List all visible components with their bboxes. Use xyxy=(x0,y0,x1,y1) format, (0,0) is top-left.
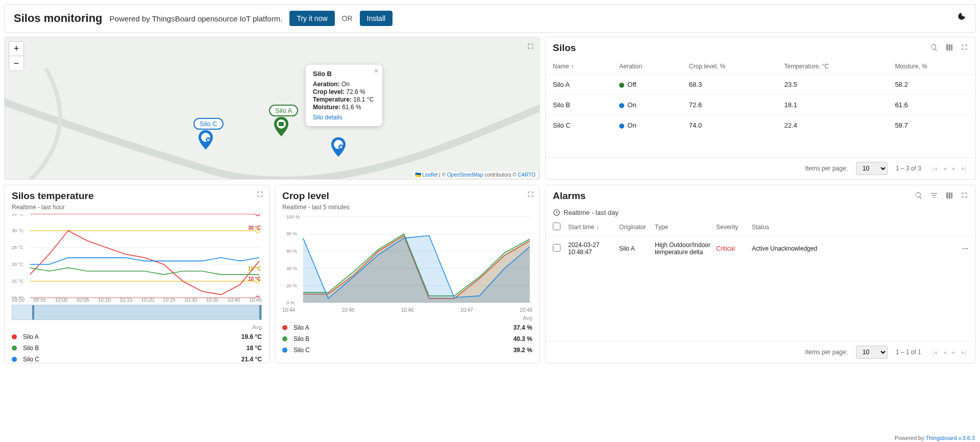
temp-chart-canvas[interactable]: 10 °C15 °C20 °C25 °C30 °C35 °C 30 °C 15 … xyxy=(5,214,269,298)
alarms-title: Alarms xyxy=(553,190,915,202)
alarms-widget: Alarms Realtime - last day Start time ↓ … xyxy=(545,185,976,363)
legend-item[interactable]: Silo C21.4 °C xyxy=(5,354,269,363)
header-subtitle: Powered by ThingsBoard opensource IoT pl… xyxy=(110,14,283,23)
svg-text:10 °C: 10 °C xyxy=(12,295,23,298)
map-pin-silo-a[interactable] xyxy=(273,117,289,137)
silos-table-widget: Silos Name ↑ Aeration Crop level, % Temp… xyxy=(545,37,976,180)
page-first-icon[interactable]: |◂ xyxy=(933,349,937,356)
page-first-icon[interactable]: |◂ xyxy=(933,165,937,172)
search-icon[interactable] xyxy=(930,43,938,53)
map-zoom-controls: + − xyxy=(9,41,24,71)
svg-text:20 °C: 20 °C xyxy=(12,261,23,267)
table-row[interactable]: Silo C On 74.022.459.7 xyxy=(546,115,975,136)
map-pin-silo-c[interactable] xyxy=(198,130,214,151)
page-title: Silos monitoring xyxy=(14,12,103,25)
svg-text:0 %: 0 % xyxy=(286,300,295,305)
try-it-button[interactable]: Try it now xyxy=(289,11,334,26)
col-temp[interactable]: Temperature, °C xyxy=(777,59,888,75)
alarms-subtitle: Realtime - last day xyxy=(546,207,975,218)
alarm-row[interactable]: 2024-03-27 10:48:47 Silo A High Outdoor/… xyxy=(546,236,975,261)
svg-point-25 xyxy=(256,214,259,216)
col-aeration[interactable]: Aeration xyxy=(612,59,682,75)
more-icon[interactable]: ⋯ xyxy=(958,245,968,252)
select-all-checkbox[interactable] xyxy=(553,223,560,230)
columns-icon[interactable] xyxy=(945,191,953,201)
svg-rect-3 xyxy=(279,122,284,126)
legend-item[interactable]: Silo B40.3 % xyxy=(275,333,540,345)
dark-mode-icon[interactable] xyxy=(957,12,966,22)
silo-details-link[interactable]: Silo details xyxy=(313,114,375,121)
alarms-pager: Items per page: 10 1 – 1 of 1 |◂◂▸▸| xyxy=(546,341,975,363)
crop-chart-title: Crop level xyxy=(275,185,540,204)
legend-item[interactable]: Silo A19.6 °C xyxy=(5,331,269,342)
header-bar: Silos monitoring Powered by ThingsBoard … xyxy=(4,4,976,33)
col-type[interactable]: Type xyxy=(655,224,711,231)
fullscreen-icon[interactable] xyxy=(961,43,968,53)
svg-text:35 °C: 35 °C xyxy=(12,214,23,216)
fullscreen-icon[interactable] xyxy=(961,191,968,201)
page-last-icon[interactable]: ▸| xyxy=(962,165,966,172)
page-next-icon[interactable]: ▸ xyxy=(952,165,955,172)
col-moist[interactable]: Moisture, % xyxy=(888,59,975,75)
zoom-out-button[interactable]: − xyxy=(9,56,23,70)
svg-text:25 °C: 25 °C xyxy=(12,244,23,250)
svg-text:15 °C: 15 °C xyxy=(12,278,23,284)
svg-text:100 %: 100 % xyxy=(286,214,300,219)
fullscreen-icon[interactable] xyxy=(527,190,534,200)
page-last-icon[interactable]: ▸| xyxy=(962,349,966,356)
col-originator[interactable]: Originator xyxy=(619,224,650,231)
col-status[interactable]: Status xyxy=(752,224,968,231)
table-row[interactable]: Silo B On 72.618.161.6 xyxy=(546,95,975,115)
clock-icon xyxy=(553,209,560,216)
items-per-page-select[interactable]: 10 xyxy=(856,162,888,175)
svg-text:60 %: 60 % xyxy=(286,248,297,254)
pin-label-silo-c[interactable]: Silo C xyxy=(193,118,224,130)
silos-table-title: Silos xyxy=(553,42,930,54)
row-checkbox[interactable] xyxy=(553,244,560,252)
crop-chart-subtitle: Realtime - last 5 minutes xyxy=(275,204,540,214)
time-brush[interactable] xyxy=(12,305,262,320)
search-icon[interactable] xyxy=(915,191,923,201)
crop-chart-widget: Crop level Realtime - last 5 minutes 0 %… xyxy=(275,185,540,363)
col-name[interactable]: Name ↑ xyxy=(546,59,612,75)
columns-icon[interactable] xyxy=(945,43,953,53)
svg-text:20 %: 20 % xyxy=(286,282,297,288)
svg-text:30 °C: 30 °C xyxy=(12,228,23,233)
legend-item[interactable]: Silo B18 °C xyxy=(5,342,269,354)
zoom-in-button[interactable]: + xyxy=(9,42,23,56)
col-crop[interactable]: Crop level, % xyxy=(682,59,777,75)
popup-title: Silo B xyxy=(313,70,375,78)
pin-label-silo-a[interactable]: Silo A xyxy=(269,105,298,116)
map-pin-silo-b[interactable] xyxy=(330,137,347,158)
page-prev-icon[interactable]: ◂ xyxy=(943,349,946,356)
map-attribution: 🇺🇦 Leaflet | © OpenStreetMap contributor… xyxy=(413,171,537,178)
legend-item[interactable]: Silo A37.4 % xyxy=(275,322,540,333)
svg-text:40 %: 40 % xyxy=(286,265,297,271)
temp-chart-subtitle: Realtime - last hour xyxy=(5,204,269,214)
close-icon[interactable]: × xyxy=(374,67,378,75)
col-start-time[interactable]: Start time ↓ xyxy=(568,224,614,231)
legend-item[interactable]: Silo C39.2 % xyxy=(275,345,540,356)
fullscreen-icon[interactable] xyxy=(256,190,264,200)
silos-pager: Items per page: 10 1 – 3 of 3 |◂◂▸▸| xyxy=(546,157,975,179)
col-severity[interactable]: Severity xyxy=(716,224,747,231)
items-per-page-select[interactable]: 10 xyxy=(856,346,888,359)
or-label: OR xyxy=(342,14,353,22)
page-prev-icon[interactable]: ◂ xyxy=(943,165,946,172)
table-row[interactable]: Silo A Off 68.323.558.2 xyxy=(546,75,975,95)
crop-chart-canvas[interactable]: 0 %20 %40 %60 %80 %100 % xyxy=(275,214,540,308)
svg-text:80 %: 80 % xyxy=(286,231,297,236)
filter-icon[interactable] xyxy=(930,191,938,201)
install-button[interactable]: Install xyxy=(360,11,393,26)
temperature-chart-widget: Silos temperature Realtime - last hour 1… xyxy=(4,185,270,363)
temp-chart-title: Silos temperature xyxy=(5,185,269,204)
map-widget[interactable]: + − Silo C Silo A × Silo B Aeration: On … xyxy=(4,37,540,180)
svg-point-19 xyxy=(256,296,259,298)
page-next-icon[interactable]: ▸ xyxy=(952,349,955,356)
map-popup: × Silo B Aeration: On Crop level: 72.6 %… xyxy=(306,65,382,126)
silos-table: Name ↑ Aeration Crop level, % Temperatur… xyxy=(546,59,975,135)
